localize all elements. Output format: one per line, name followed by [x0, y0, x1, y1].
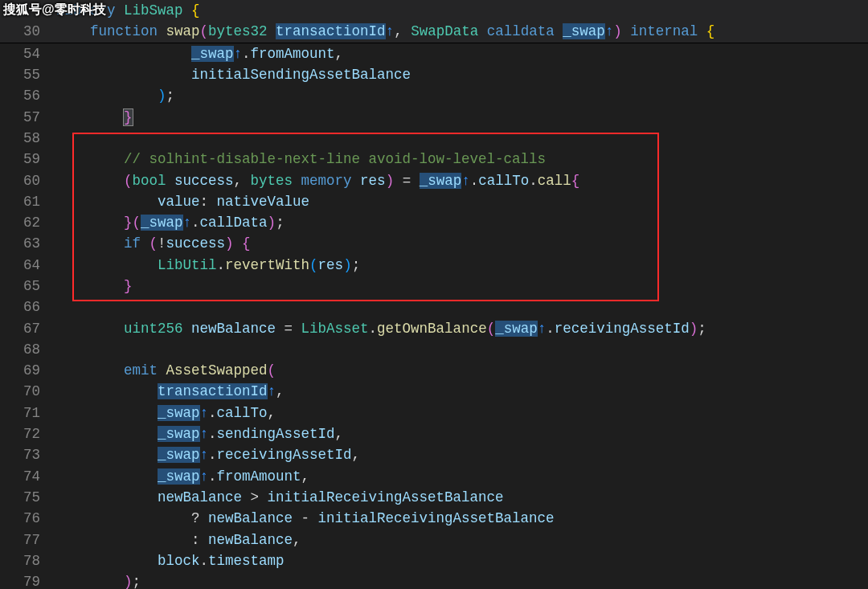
code-line[interactable]: 69 emit AssetSwapped(: [0, 360, 868, 381]
code-content[interactable]: ? newBalance - initialReceivingAssetBala…: [56, 510, 868, 526]
code-token: internal: [630, 23, 706, 39]
code-token: [56, 23, 90, 39]
code-line[interactable]: 59 // solhint-disable-next-line avoid-lo…: [0, 149, 868, 170]
code-content[interactable]: emit AssetSwapped(: [56, 362, 868, 378]
code-line[interactable]: 63 if (!success) {: [0, 233, 868, 254]
code-line[interactable]: 78 block.timestamp: [0, 550, 868, 571]
code-content[interactable]: );: [56, 88, 868, 104]
code-line[interactable]: 61 value: nativeValue: [0, 191, 868, 212]
code-line[interactable]: 65 }: [0, 276, 868, 297]
code-line[interactable]: 76 ? newBalance - initialReceivingAssetB…: [0, 508, 868, 529]
code-content[interactable]: _swap↑.fromAmount,: [56, 468, 868, 485]
code-line[interactable]: 68: [0, 339, 868, 360]
code-content[interactable]: : newBalance,: [56, 532, 868, 548]
code-content[interactable]: if (!success) {: [56, 235, 868, 252]
code-content[interactable]: }: [56, 278, 868, 294]
code-token: ,: [234, 173, 251, 189]
code-token: initialReceivingAssetBalance: [268, 489, 504, 505]
code-line[interactable]: 64 LibUtil.revertWith(res);: [0, 255, 868, 276]
line-number: 75: [0, 489, 56, 505]
code-token: ↑: [234, 46, 243, 62]
code-token: _swap: [191, 46, 234, 62]
watermark-badge: 搜狐号@零时科技: [0, 0, 109, 20]
code-token: nativeValue: [217, 194, 310, 210]
code-token: (: [309, 257, 318, 273]
code-line[interactable]: 71 _swap↑.callTo,: [0, 403, 868, 423]
code-token: [56, 67, 191, 83]
code-token: initialSendingAssetBalance: [191, 67, 411, 83]
code-content[interactable]: }(_swap↑.callData);: [56, 215, 868, 231]
code-token: [56, 447, 158, 463]
line-number: 77: [0, 532, 56, 548]
code-line[interactable]: 60 (bool success, bytes memory res) = _s…: [0, 170, 868, 190]
code-content[interactable]: _swap↑.callTo,: [56, 405, 868, 421]
code-token: if: [124, 235, 149, 252]
line-number: 67: [0, 321, 56, 337]
code-token: {: [706, 23, 715, 39]
code-token: ,: [301, 468, 310, 485]
code-token: ,: [394, 23, 411, 39]
code-content[interactable]: uint256 newBalance = LibAsset.getOwnBala…: [56, 321, 868, 337]
code-body[interactable]: 54 _swap↑.fromAmount,55 initialSendingAs…: [0, 43, 868, 589]
code-token: ↑: [183, 215, 192, 231]
code-line[interactable]: 56 );: [0, 85, 868, 106]
line-number: 79: [0, 574, 56, 589]
code-token: !: [158, 235, 166, 252]
code-content[interactable]: LibUtil.revertWith(res);: [56, 257, 868, 273]
code-token: ↑: [200, 468, 209, 485]
code-line[interactable]: 62 }(_swap↑.callData);: [0, 212, 868, 233]
code-content[interactable]: newBalance > initialReceivingAssetBalanc…: [56, 489, 868, 505]
code-line[interactable]: 66: [0, 297, 868, 317]
code-content[interactable]: // solhint-disable-next-line avoid-low-l…: [56, 151, 868, 167]
code-token: success: [174, 173, 234, 189]
line-number: 73: [0, 447, 56, 463]
code-token: sendingAssetId: [217, 426, 335, 442]
code-content[interactable]: (bool success, bytes memory res) = _swap…: [56, 173, 868, 189]
code-line[interactable]: 54 _swap↑.fromAmount,: [0, 43, 868, 64]
code-content[interactable]: block.timestamp: [56, 553, 868, 569]
code-token: //: [124, 151, 149, 167]
code-token: (: [487, 321, 496, 337]
code-content[interactable]: transactionId↑,: [56, 383, 868, 399]
code-content[interactable]: initialSendingAssetBalance: [56, 67, 868, 83]
code-content[interactable]: }: [56, 109, 868, 125]
code-line[interactable]: 79 );: [0, 571, 868, 589]
line-number: 74: [0, 468, 56, 485]
code-token: res: [360, 173, 386, 189]
code-token: [56, 574, 124, 589]
code-token: getOwnBalance: [377, 321, 487, 337]
code-token: ): [613, 23, 622, 39]
code-content[interactable]: _swap↑.receivingAssetId,: [56, 447, 868, 463]
code-content[interactable]: );: [56, 574, 868, 589]
code-token: revertWith: [225, 257, 309, 273]
code-line[interactable]: 67 uint256 newBalance = LibAsset.getOwnB…: [0, 317, 868, 338]
code-line[interactable]: 75 newBalance > initialReceivingAssetBal…: [0, 487, 868, 508]
code-token: [56, 362, 124, 378]
code-token: _swap: [420, 173, 462, 189]
code-token: bytes: [251, 173, 301, 189]
code-token: _swap: [158, 405, 200, 421]
code-line[interactable]: 73 _swap↑.receivingAssetId,: [0, 444, 868, 465]
code-line[interactable]: 72 _swap↑.sendingAssetId,: [0, 423, 868, 444]
code-token: bytes32: [208, 23, 276, 39]
code-token: -next-line avoid-low-level-calls: [276, 151, 546, 167]
code-token: ;: [276, 215, 285, 231]
code-token: LibUtil: [158, 257, 217, 273]
code-line[interactable]: 58: [0, 128, 868, 149]
code-line[interactable]: 57 }: [0, 106, 868, 127]
code-content[interactable]: _swap↑.fromAmount,: [56, 46, 868, 62]
code-token: [56, 321, 124, 337]
code-token: }: [124, 109, 133, 125]
code-line[interactable]: 55 initialSendingAssetBalance: [0, 64, 868, 85]
code-line[interactable]: 70 transactionId↑,: [0, 381, 868, 402]
code-content[interactable]: value: nativeValue: [56, 194, 868, 210]
code-line[interactable]: 77 : newBalance,: [0, 529, 868, 550]
code-content[interactable]: _swap↑.sendingAssetId,: [56, 426, 868, 442]
code-token: res: [318, 257, 344, 273]
code-token: ?: [56, 510, 208, 526]
code-line[interactable]: 74 _swap↑.fromAmount,: [0, 466, 868, 487]
code-token: receivingAssetId: [217, 447, 352, 463]
code-token: fromAmount: [217, 468, 301, 485]
code-editor[interactable]: 搜狐号@零时科技 library LibSwap { 30 function s…: [0, 0, 868, 589]
code-token: [56, 151, 124, 167]
